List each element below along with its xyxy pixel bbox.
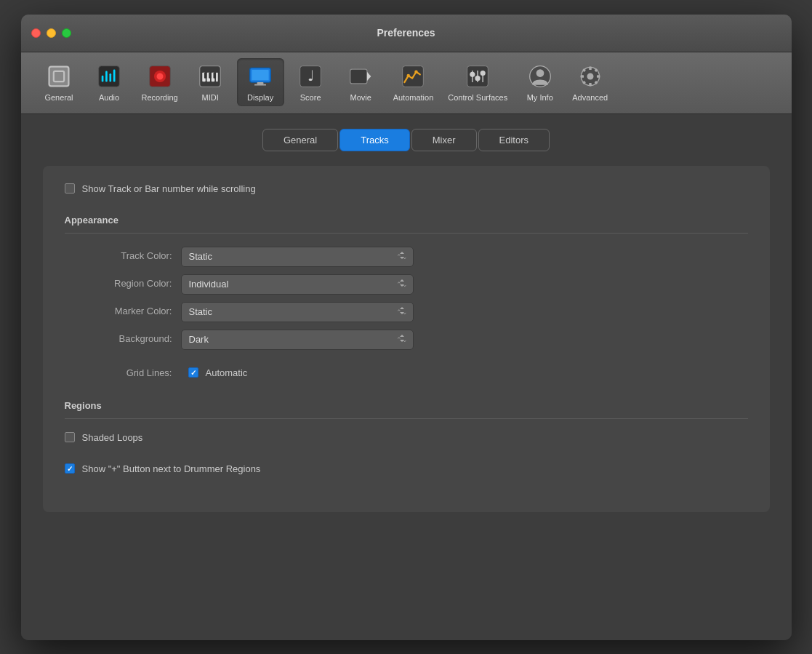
svg-rect-14 [216, 72, 218, 81]
svg-marker-25 [367, 71, 371, 81]
svg-rect-20 [257, 82, 264, 84]
audio-label: Audio [99, 93, 119, 102]
svg-point-28 [415, 70, 418, 73]
score-label: Score [300, 93, 321, 102]
appearance-form: Track Color: Static Individual Dark Auto… [65, 247, 748, 350]
svg-rect-43 [597, 75, 600, 78]
grid-lines-checkbox[interactable] [188, 367, 198, 378]
marker-color-select[interactable]: Static Individual Dark Automatic [181, 302, 414, 322]
shaded-loops-label: Shaded Loops [82, 432, 143, 443]
tab-editors[interactable]: Editors [478, 129, 550, 151]
recording-label: Recording [142, 93, 178, 102]
toolbar-item-recording[interactable]: Recording [136, 58, 184, 106]
general-label: General [44, 93, 73, 102]
toolbar-item-score[interactable]: ♩ Score [287, 58, 334, 106]
toolbar-item-display[interactable]: Display [237, 58, 284, 106]
toolbar-item-my-info[interactable]: My Info [516, 58, 563, 106]
maximize-button[interactable] [62, 28, 71, 38]
show-drummer-btn-label: Show "+" Button next to Drummer Regions [82, 463, 261, 474]
toolbar-item-automation[interactable]: Automation [387, 58, 440, 106]
grid-lines-row: Grid Lines: Automatic [65, 367, 748, 378]
my-info-label: My Info [527, 93, 553, 102]
toolbar-item-audio[interactable]: Audio [86, 58, 133, 106]
svg-rect-0 [49, 66, 69, 86]
svg-rect-24 [350, 69, 367, 84]
svg-point-9 [156, 73, 163, 79]
svg-point-39 [587, 73, 593, 79]
automation-label: Automation [393, 93, 434, 102]
show-track-bar-checkbox[interactable] [65, 183, 75, 194]
toolbar-item-midi[interactable]: MIDI [187, 58, 234, 106]
window-title: Preferences [377, 27, 435, 39]
regions-section: Regions Shaded Loops Show "+" Button nex… [65, 400, 748, 474]
show-drummer-btn-row: Show "+" Button next to Drummer Regions [65, 463, 748, 474]
svg-rect-40 [589, 66, 592, 69]
svg-text:♩: ♩ [307, 68, 314, 84]
general-icon [45, 63, 73, 90]
tab-tracks[interactable]: Tracks [339, 129, 410, 151]
regions-divider [65, 418, 748, 419]
minimize-button[interactable] [47, 28, 56, 38]
movie-icon [347, 63, 374, 90]
content-area: General Tracks Mixer Editors Show Track … [21, 114, 792, 640]
grid-lines-checkbox-label: Automatic [206, 367, 248, 378]
regions-section-title: Regions [65, 400, 748, 411]
score-icon: ♩ [297, 63, 324, 90]
svg-point-35 [481, 70, 486, 75]
toolbar-item-advanced[interactable]: Advanced [566, 58, 614, 106]
background-select-wrapper: Static Individual Dark Automatic Light [181, 330, 414, 350]
recording-icon [146, 63, 174, 90]
window-controls [31, 28, 71, 38]
svg-rect-21 [254, 84, 266, 85]
tab-general[interactable]: General [262, 129, 338, 151]
svg-rect-17 [214, 72, 217, 78]
svg-point-37 [536, 69, 544, 77]
svg-rect-42 [580, 75, 583, 78]
show-drummer-btn-checkbox[interactable] [65, 463, 75, 474]
marker-color-label: Marker Color: [65, 302, 181, 322]
track-color-select[interactable]: Static Individual Dark Automatic [181, 247, 414, 267]
movie-label: Movie [350, 93, 371, 102]
svg-rect-16 [209, 72, 212, 78]
display-label: Display [247, 93, 273, 102]
toolbar: General Audio [21, 52, 792, 114]
settings-panel: Show Track or Bar number while scrolling… [43, 166, 770, 512]
toolbar-item-general[interactable]: General [36, 58, 83, 106]
midi-icon [196, 63, 224, 90]
show-track-bar-row: Show Track or Bar number while scrolling [65, 183, 748, 194]
region-color-select-wrapper: Static Individual Dark Automatic [181, 274, 414, 295]
my-info-icon [526, 63, 554, 90]
svg-point-34 [475, 76, 481, 81]
region-color-select[interactable]: Static Individual Dark Automatic [181, 274, 414, 295]
title-bar: Preferences [21, 15, 792, 52]
shaded-loops-checkbox[interactable] [65, 432, 75, 442]
close-button[interactable] [31, 28, 41, 38]
svg-point-27 [407, 73, 410, 76]
advanced-label: Advanced [572, 93, 608, 102]
midi-label: MIDI [202, 93, 219, 102]
toolbar-item-movie[interactable]: Movie [337, 58, 385, 106]
control-surfaces-label: Control Surfaces [448, 93, 507, 102]
grid-lines-label: Grid Lines: [65, 367, 181, 378]
background-select[interactable]: Static Individual Dark Automatic Light [181, 330, 414, 350]
show-track-bar-label: Show Track or Bar number while scrolling [82, 183, 256, 194]
automation-icon [399, 63, 427, 90]
preferences-window: Preferences General [21, 15, 792, 640]
svg-rect-15 [204, 72, 207, 78]
tab-mixer[interactable]: Mixer [411, 129, 477, 151]
display-icon [246, 63, 274, 90]
svg-point-33 [470, 71, 475, 76]
appearance-section-title: Appearance [65, 215, 748, 226]
audio-icon [95, 63, 123, 90]
toolbar-item-control-surfaces[interactable]: Control Surfaces [442, 58, 513, 106]
appearance-divider [65, 233, 748, 234]
background-label: Background: [65, 330, 181, 350]
shaded-loops-row: Shaded Loops [65, 432, 748, 443]
tab-bar: General Tracks Mixer Editors [43, 129, 770, 151]
control-surfaces-icon [464, 63, 491, 90]
region-color-label: Region Color: [65, 274, 181, 295]
marker-color-select-wrapper: Static Individual Dark Automatic [181, 302, 414, 322]
svg-rect-19 [252, 70, 269, 80]
track-color-label: Track Color: [65, 247, 181, 267]
svg-rect-41 [589, 82, 592, 85]
